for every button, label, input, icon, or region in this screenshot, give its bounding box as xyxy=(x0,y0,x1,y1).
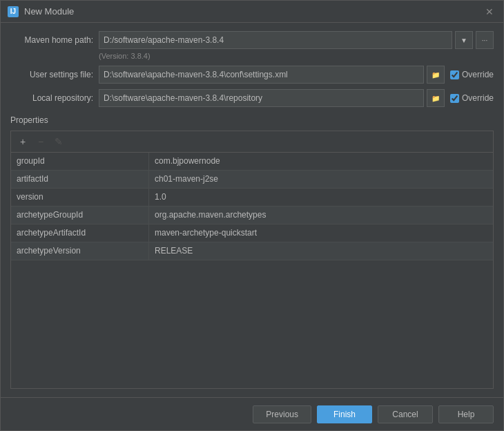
previous-label: Previous xyxy=(266,410,298,419)
finish-label: Finish xyxy=(333,410,356,419)
local-repo-override-group: Override xyxy=(450,93,494,103)
folder-icon: 📁 xyxy=(432,95,440,102)
table-row[interactable]: artifactId ch01-maven-j2se xyxy=(11,171,493,189)
app-icon: IJ xyxy=(8,6,19,17)
prop-key: artifactId xyxy=(11,171,149,188)
close-button[interactable]: ✕ xyxy=(483,5,496,19)
local-repo-row: Local repository: 📁 Override xyxy=(10,89,494,107)
help-button[interactable]: Help xyxy=(438,405,494,423)
folder-icon: 📁 xyxy=(432,71,440,79)
new-module-dialog: IJ New Module ✕ Maven home path: ▼ ··· (… xyxy=(0,0,504,431)
maven-home-input[interactable] xyxy=(99,31,452,49)
cancel-button[interactable]: Cancel xyxy=(378,405,433,423)
user-settings-browse[interactable]: 📁 xyxy=(427,66,445,84)
table-row[interactable]: archetypeGroupId org.apache.maven.archet… xyxy=(11,207,493,224)
version-hint: (Version: 3.8.4) xyxy=(10,52,494,60)
title-bar-left: IJ New Module xyxy=(8,6,74,17)
table-row[interactable]: archetypeArtifactId maven-archetype-quic… xyxy=(11,224,493,242)
table-row[interactable]: groupId com.bjpowernode xyxy=(11,153,493,171)
table-row[interactable]: version 1.0 xyxy=(11,189,493,207)
prop-value: 1.0 xyxy=(149,189,493,206)
title-bar: IJ New Module ✕ xyxy=(1,1,503,23)
maven-home-browse[interactable]: ··· xyxy=(476,31,494,49)
dialog-body: Maven home path: ▼ ··· (Version: 3.8.4) … xyxy=(1,23,503,397)
prop-value: ch01-maven-j2se xyxy=(149,171,493,188)
maven-home-label: Maven home path: xyxy=(10,35,93,45)
user-settings-override-check[interactable] xyxy=(450,70,459,79)
add-property-button[interactable]: + xyxy=(15,134,30,149)
dialog-footer: Previous Finish Cancel Help xyxy=(1,397,503,430)
prop-key: archetypeVersion xyxy=(11,242,149,260)
table-row[interactable]: archetypeVersion RELEASE xyxy=(11,242,493,260)
properties-list: groupId com.bjpowernode artifactId ch01-… xyxy=(11,153,493,388)
maven-home-dropdown[interactable]: ▼ xyxy=(455,31,473,49)
local-repo-browse[interactable]: 📁 xyxy=(427,89,445,107)
local-repo-override-label: Override xyxy=(462,93,494,103)
help-label: Help xyxy=(458,410,475,419)
previous-button[interactable]: Previous xyxy=(253,405,311,423)
prop-value: org.apache.maven.archetypes xyxy=(149,207,493,224)
user-settings-override-group: Override xyxy=(450,70,494,79)
maven-home-input-group: ▼ ··· xyxy=(99,31,494,49)
prop-key: archetypeArtifactId xyxy=(11,224,149,242)
properties-table: + − ✎ groupId com.bjpowernode artifactId… xyxy=(10,131,494,389)
edit-property-button[interactable]: ✎ xyxy=(51,134,66,149)
properties-section-label: Properties xyxy=(10,115,494,125)
cancel-label: Cancel xyxy=(392,410,418,419)
finish-button[interactable]: Finish xyxy=(317,405,372,423)
user-settings-input[interactable] xyxy=(99,66,424,84)
prop-key: archetypeGroupId xyxy=(11,207,149,224)
properties-toolbar: + − ✎ xyxy=(11,131,493,153)
remove-property-button[interactable]: − xyxy=(33,134,48,149)
user-settings-override-label: Override xyxy=(462,70,494,79)
user-settings-label: User settings file: xyxy=(10,70,93,79)
prop-value: RELEASE xyxy=(149,242,493,260)
local-repo-input-group: 📁 xyxy=(99,89,445,107)
local-repo-input[interactable] xyxy=(99,89,424,107)
prop-key: groupId xyxy=(11,153,149,170)
local-repo-label: Local repository: xyxy=(10,93,93,103)
dialog-title: New Module xyxy=(24,6,74,17)
maven-home-row: Maven home path: ▼ ··· xyxy=(10,31,494,49)
prop-value: com.bjpowernode xyxy=(149,153,493,170)
user-settings-input-group: 📁 xyxy=(99,66,445,84)
prop-value: maven-archetype-quickstart xyxy=(149,224,493,242)
local-repo-override-check[interactable] xyxy=(450,94,459,103)
user-settings-row: User settings file: 📁 Override xyxy=(10,66,494,84)
prop-key: version xyxy=(11,189,149,206)
